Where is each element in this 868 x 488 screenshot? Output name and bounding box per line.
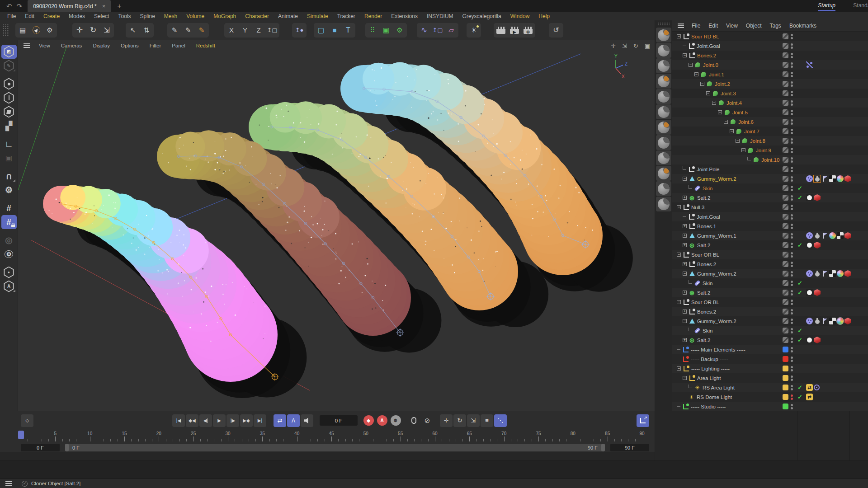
enabled-check-icon[interactable]: ✓: [797, 280, 802, 286]
layer-chip[interactable]: [783, 252, 788, 258]
deformers-icon[interactable]: ↥▢: [431, 23, 444, 37]
status-menu-icon[interactable]: [5, 483, 12, 484]
lock-workplane[interactable]: #: [1, 215, 17, 229]
text-object-icon[interactable]: T: [341, 23, 355, 37]
visibility-dots[interactable]: [791, 110, 793, 115]
editor-dot[interactable]: [791, 157, 793, 160]
rotate-tool-icon[interactable]: ↻: [86, 23, 100, 37]
flag-tag-icon[interactable]: [821, 318, 828, 324]
editor-dot[interactable]: [791, 357, 793, 359]
polygons-mode[interactable]: [1, 105, 17, 119]
range-start-field[interactable]: 0 F: [21, 444, 60, 451]
viewport-menu-display[interactable]: Display: [87, 43, 115, 48]
vmap-tag-icon[interactable]: [806, 175, 813, 182]
preset-sphere-7[interactable]: [656, 135, 671, 150]
visibility-dots[interactable]: [791, 366, 793, 371]
rs-tag-icon[interactable]: [844, 175, 851, 182]
tree-row-sour-rd-bl[interactable]: −Sour RD BL: [672, 32, 868, 41]
tree-row-salt-2[interactable]: +⊛Salt.2✓: [672, 335, 868, 345]
render-dot[interactable]: [791, 407, 793, 409]
render-dot[interactable]: [791, 141, 793, 144]
edges-mode[interactable]: [1, 91, 17, 105]
render-dot[interactable]: [791, 388, 793, 390]
layer-chip-cell[interactable]: [783, 109, 788, 115]
white-tag-icon[interactable]: [806, 194, 813, 201]
visibility-dots[interactable]: [791, 271, 793, 277]
render-dot[interactable]: [791, 322, 793, 324]
menu-tracker[interactable]: Tracker: [333, 13, 360, 19]
layer-chip[interactable]: [783, 271, 788, 277]
expander-icon[interactable]: −: [736, 139, 740, 143]
menu-mesh[interactable]: Mesh: [160, 13, 182, 19]
editor-dot[interactable]: [791, 243, 793, 245]
key-position-toggle[interactable]: ✛: [440, 414, 453, 427]
tree-row-joint-10[interactable]: Joint.10: [672, 155, 868, 164]
editor-dot[interactable]: [791, 252, 793, 254]
render-picture-viewer-icon[interactable]: ▶: [508, 23, 521, 37]
layer-chip[interactable]: [783, 157, 788, 163]
layer-chip-cell[interactable]: [783, 128, 788, 134]
preset-sphere-3[interactable]: [656, 74, 671, 89]
menu-create[interactable]: Create: [39, 13, 64, 19]
visibility-dots[interactable]: [791, 243, 793, 248]
editor-dot[interactable]: [791, 148, 793, 150]
tree-row-joint-3[interactable]: −Joint.3: [672, 89, 868, 98]
render-view-icon[interactable]: [494, 23, 508, 37]
move-tool-icon[interactable]: ✛: [73, 23, 86, 37]
layer-chip[interactable]: [783, 166, 788, 172]
editor-dot[interactable]: [791, 404, 793, 406]
layer-chip-cell[interactable]: [783, 375, 788, 381]
layer-chip-cell[interactable]: [783, 318, 788, 324]
layer-chip-cell[interactable]: [783, 43, 788, 49]
layer-chip[interactable]: [783, 394, 788, 400]
expander-icon[interactable]: −: [730, 129, 734, 133]
layer-chip[interactable]: [783, 81, 788, 87]
layer-chip[interactable]: [783, 109, 788, 115]
flag-tag-icon[interactable]: [821, 270, 828, 277]
editor-dot[interactable]: [791, 186, 793, 188]
texture-tag-icon[interactable]: [837, 175, 844, 182]
layer-chip-cell[interactable]: [783, 147, 788, 153]
visibility-dots[interactable]: [791, 394, 793, 400]
tree-row-gummy-worm-2[interactable]: −Gummy_Worm.2: [672, 174, 868, 183]
quantize-settings[interactable]: ⚙: [1, 183, 17, 197]
editor-dot[interactable]: [791, 53, 793, 55]
toolbar-drag-handle[interactable]: [3, 24, 9, 37]
tree-row-joint-7[interactable]: −Joint.7: [672, 127, 868, 136]
visibility-dots[interactable]: [791, 148, 793, 153]
layer-chip[interactable]: [783, 242, 788, 248]
tree-row-skin[interactable]: Skin✓: [672, 183, 868, 193]
om-menu-tags[interactable]: Tags: [766, 23, 785, 29]
viewport-menu-filter[interactable]: Filter: [144, 43, 167, 48]
visibility-dots[interactable]: [791, 214, 793, 220]
tree-row-salt-2[interactable]: +⊛Salt.2✓: [672, 288, 868, 297]
visibility-dots[interactable]: [791, 138, 793, 144]
viewport-menu-redshift[interactable]: Redshift: [191, 43, 221, 48]
visibility-dots[interactable]: [791, 62, 793, 68]
tree-row-joint-6[interactable]: −Joint.6: [672, 117, 868, 127]
render-dot[interactable]: [791, 170, 793, 172]
render-dot[interactable]: [791, 369, 793, 371]
expander-icon[interactable]: +: [683, 234, 687, 238]
enabled-check-icon[interactable]: ✓: [797, 384, 802, 391]
layer-chip-cell[interactable]: [783, 290, 788, 296]
tree-row-joint-2[interactable]: −Joint.2: [672, 79, 868, 89]
visibility-dots[interactable]: [791, 72, 793, 77]
expander-icon[interactable]: −: [683, 53, 687, 57]
rs-tag-icon[interactable]: [844, 232, 851, 239]
expander-icon[interactable]: −: [683, 376, 687, 380]
enabled-check-icon[interactable]: ✓: [797, 394, 802, 400]
layer-chip-cell[interactable]: [783, 261, 788, 267]
expander-icon[interactable]: −: [683, 272, 687, 276]
enabled-check-icon[interactable]: ✓: [797, 194, 802, 201]
tree-row-joint-4[interactable]: −Joint.4: [672, 98, 868, 108]
visibility-dots[interactable]: [791, 186, 793, 191]
editor-dot[interactable]: [791, 233, 793, 235]
strip-drag-handle[interactable]: [658, 22, 670, 26]
layer-chip[interactable]: [783, 356, 788, 362]
render-dot[interactable]: [791, 312, 793, 314]
render-dot[interactable]: [791, 84, 793, 87]
tree-row-joint-goal[interactable]: Joint.Goal: [672, 212, 868, 221]
layer-chip[interactable]: [783, 375, 788, 381]
expander-icon[interactable]: −: [677, 34, 681, 38]
